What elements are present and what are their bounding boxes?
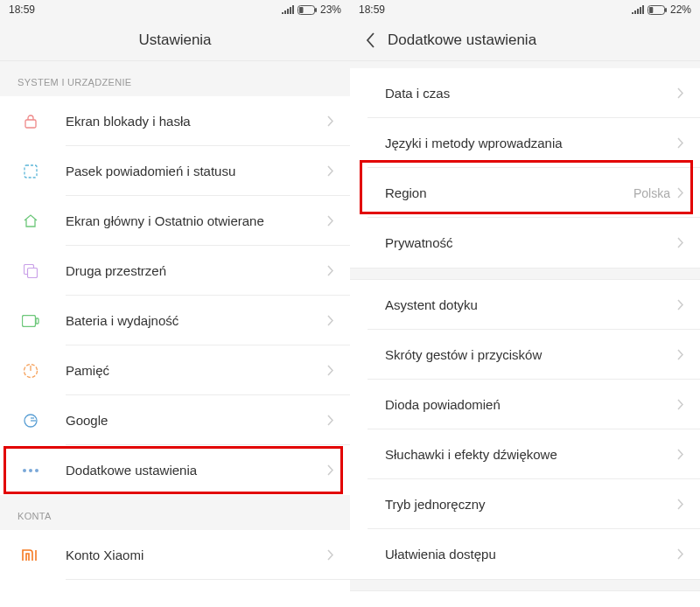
chevron-right-icon [327,365,334,376]
svg-rect-2 [299,7,304,13]
item-second-space[interactable]: Druga przestrzeń [0,246,350,296]
google-icon [18,413,44,429]
item-gesture-shortcuts[interactable]: Skróty gestów i przycisków [350,330,700,380]
mi-logo-icon [18,549,44,562]
item-google[interactable]: Google [0,395,350,445]
chevron-right-icon [327,464,334,476]
battery-percent: 23% [320,3,341,16]
chevron-right-icon [677,187,684,199]
signal-icon [282,5,294,14]
item-label: Region [385,185,634,200]
header: Dodatkowe ustawienia [350,19,700,61]
item-label: Ekran główny i Ostatnio otwierane [66,213,327,228]
content[interactable]: SYSTEM I URZĄDZENIE Ekran blokady i hasł… [0,61,350,607]
page-title: Ustawienia [138,31,211,49]
lock-icon [18,114,44,129]
section-label-system: SYSTEM I URZĄDZENIE [0,61,350,96]
item-one-handed[interactable]: Tryb jednoręczny [350,479,700,529]
home-icon [18,213,44,229]
item-home-recent[interactable]: Ekran główny i Ostatnio otwierane [0,196,350,246]
chevron-right-icon [327,315,334,326]
item-label: Pasek powiadomień i statusu [66,164,327,178]
battery-percent: 22% [670,3,691,16]
svg-point-13 [35,469,38,472]
item-accessibility[interactable]: Ułatwienia dostępu [350,529,700,579]
svg-rect-3 [25,120,36,128]
item-label: Ekran blokady i hasła [66,114,327,129]
chevron-right-icon [327,215,334,227]
item-date-time[interactable]: Data i czas [350,68,700,118]
item-label: Prywatność [385,235,677,250]
item-notification-light[interactable]: Dioda powiadomień [350,380,700,429]
item-privacy[interactable]: Prywatność [350,218,700,268]
chevron-right-icon [327,165,334,177]
page-title: Dodatkowe ustawienia [388,31,536,49]
item-touch-assistant[interactable]: Asystent dotyku [350,280,700,330]
item-region[interactable]: Region Polska [350,168,700,218]
item-label: Języki i metody wprowadzania [385,136,677,150]
item-label: Ułatwienia dostępu [385,547,677,562]
item-label: Skróty gestów i przycisków [385,347,677,362]
chevron-right-icon [677,137,684,149]
svg-rect-7 [23,315,36,326]
item-additional-settings[interactable]: Dodatkowe ustawienia [0,445,350,495]
more-dots-icon [18,468,44,473]
item-label: Dioda powiadomień [385,397,677,412]
header: Ustawienia [0,19,350,61]
item-storage[interactable]: Pamięć [0,345,350,395]
item-label: Google [66,413,327,428]
svg-point-11 [23,469,26,472]
storage-icon [18,363,44,379]
back-button[interactable] [366,32,375,48]
item-label: Tryb jednoręczny [385,497,677,512]
status-time: 18:59 [359,3,385,16]
svg-rect-8 [36,318,38,324]
right-screen: 18:59 22% Dodatkowe ustawienia Data i cz… [350,0,700,607]
svg-rect-1 [315,8,317,12]
item-languages[interactable]: Języki i metody wprowadzania [350,118,700,168]
chevron-right-icon [677,349,684,360]
item-lock-screen[interactable]: Ekran blokady i hasła [0,96,350,146]
chevron-right-icon [327,415,334,426]
chevron-right-icon [677,299,684,310]
item-label: Konto Xiaomi [66,548,327,562]
signal-icon [632,5,644,14]
item-label: Pamięć [66,363,327,378]
item-battery[interactable]: Bateria i wydajność [0,296,350,345]
chevron-right-icon [677,499,684,510]
chevron-right-icon [677,449,684,460]
notification-icon [18,164,44,179]
section-label-accounts: KONTA [0,495,350,530]
dual-space-icon [18,264,44,278]
status-bar: 18:59 22% [350,0,700,19]
item-value: Polska [634,186,670,200]
svg-rect-6 [28,268,38,277]
chevron-right-icon [327,265,334,276]
item-label: Asystent dotyku [385,297,677,312]
item-label: Dodatkowe ustawienia [66,463,327,478]
chevron-right-icon [677,87,684,99]
item-notification-bar[interactable]: Pasek powiadomień i statusu [0,146,350,196]
svg-rect-15 [665,8,667,12]
item-label: Druga przestrzeń [66,263,327,278]
item-label: Data i czas [385,86,677,101]
battery-perf-icon [18,315,44,327]
status-time: 18:59 [9,3,35,16]
content[interactable]: Data i czas Języki i metody wprowadzania… [350,61,700,607]
item-headphones-audio[interactable]: Słuchawki i efekty dźwiękowe [350,429,700,479]
status-bar: 18:59 23% [0,0,350,19]
left-screen: 18:59 23% Ustawienia SYSTEM I URZĄDZENIE… [0,0,350,607]
chevron-right-icon [327,549,334,561]
item-backup-reset[interactable]: Kopia i kasowanie danych [350,591,700,607]
chevron-right-icon [677,237,684,248]
svg-rect-4 [24,165,37,178]
item-label: Słuchawki i efekty dźwiękowe [385,447,677,462]
battery-icon [298,5,317,15]
chevron-right-icon [677,399,684,410]
svg-point-12 [29,469,32,472]
chevron-right-icon [327,115,334,127]
svg-rect-16 [649,7,653,13]
chevron-right-icon [677,548,684,560]
item-mi-account[interactable]: Konto Xiaomi [0,530,350,580]
battery-icon [648,5,667,15]
